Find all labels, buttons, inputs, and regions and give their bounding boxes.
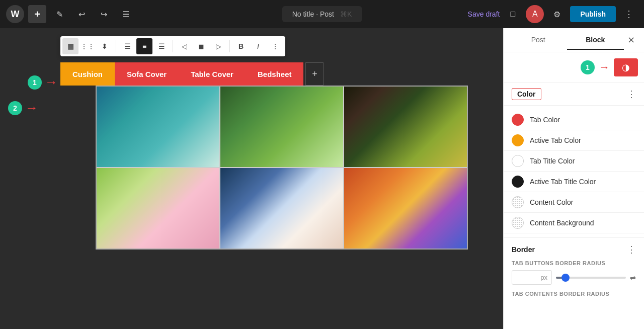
style-arrow-icon: → [599, 61, 610, 74]
image-grid [97, 87, 467, 249]
text-left-button[interactable]: ◁ [176, 38, 192, 54]
tab-bedsheet[interactable]: Bedsheet [246, 62, 304, 86]
align-left-button[interactable]: ☰ [119, 38, 135, 54]
add-block-button[interactable]: + [28, 5, 46, 23]
cushion-image-5 [220, 168, 343, 249]
cushion-image-3 [344, 87, 467, 167]
wp-logo[interactable]: W [6, 5, 24, 23]
drag-handle-button[interactable]: ⋮⋮ [79, 38, 96, 54]
add-tab-button[interactable]: + [305, 62, 324, 86]
separator-2 [173, 40, 173, 52]
grid-view-button[interactable]: ▦ [62, 38, 78, 54]
border-radius-input[interactable]: px [512, 270, 552, 285]
color-item-content: Content Color [504, 192, 644, 213]
arrow-2-icon: → [25, 100, 38, 116]
color-section-header: Color ⋮ [504, 83, 644, 106]
tab-contents-radius-label: TAB CONTENTS BORDER RADIUS [512, 291, 636, 297]
content-color-swatch[interactable] [512, 196, 524, 208]
edit-mode-button[interactable]: ✎ [50, 5, 68, 23]
tab-cushion[interactable]: Cushion [60, 62, 115, 86]
undo-button[interactable]: ↩ [72, 5, 91, 23]
image-cell-4 [97, 168, 219, 249]
align-center-button[interactable]: ≡ [136, 38, 152, 54]
style-badge: 1 [581, 60, 595, 74]
image-cell-6 [344, 168, 467, 249]
panel-close-button[interactable]: ✕ [624, 33, 638, 47]
panel-tab-post[interactable]: Post [510, 31, 567, 50]
separator-3 [229, 40, 230, 52]
separator-1 [116, 40, 116, 52]
color-list: Tab Color Active Tab Color Tab Title Col… [504, 106, 644, 237]
active-tab-color-swatch[interactable] [512, 134, 524, 146]
border-section: Border ⋮ TAB BUTTONS BORDER RADIUS px ⇌ … [504, 237, 644, 303]
tab-title-color-label: Tab Title Color [530, 157, 575, 165]
content-bg-color-label: Content Background [530, 219, 594, 227]
color-section-label: Color [512, 88, 541, 100]
more-toolbar-button[interactable]: ⋮ [267, 38, 283, 54]
bold-button[interactable]: B [233, 38, 249, 54]
badge-1-row: 1 → [28, 74, 58, 90]
document-title[interactable]: No title · Post ⌘K [282, 6, 362, 22]
list-view-button[interactable]: ☰ [117, 5, 135, 23]
cushion-image-2 [220, 87, 343, 167]
link-values-button[interactable]: ⇌ [630, 274, 636, 282]
text-center-button[interactable]: ◼ [193, 38, 209, 54]
italic-button[interactable]: I [250, 38, 266, 54]
akismet-button[interactable]: A [526, 5, 544, 23]
content-color-label: Content Color [530, 198, 573, 206]
save-draft-button[interactable]: Save draft [468, 10, 500, 18]
panel-tab-block[interactable]: Block [567, 31, 624, 50]
style-toggle-button[interactable]: ◑ [614, 58, 638, 76]
more-options-button[interactable]: ⋮ [620, 5, 638, 23]
cushion-image-6 [344, 168, 467, 249]
topbar: W + ✎ ↩ ↪ ☰ No title · Post ⌘K Save draf… [0, 0, 644, 28]
arrow-1-icon: → [45, 74, 58, 90]
style-switcher: 1 → ◑ [504, 52, 644, 83]
tab-buttons-radius-label: TAB BUTTONS BORDER RADIUS [512, 260, 636, 266]
border-unit: px [540, 274, 547, 281]
border-slider-thumb[interactable] [561, 274, 570, 282]
image-cell-5 [220, 168, 343, 249]
active-tab-title-color-swatch[interactable] [512, 176, 524, 188]
cushion-image-1 [97, 87, 219, 167]
active-tab-color-label: Active Tab Color [530, 136, 581, 144]
content-area [96, 86, 468, 250]
color-item-active-tab: Active Tab Color [504, 130, 644, 151]
badge-1: 1 [28, 75, 42, 90]
image-cell-3 [344, 87, 467, 167]
tab-color-swatch[interactable] [512, 114, 524, 126]
settings-button[interactable]: ⚙ [548, 5, 566, 23]
panel-header: Post Block ✕ [504, 28, 644, 52]
border-header: Border ⋮ [512, 244, 636, 255]
color-item-content-bg: Content Background [504, 213, 644, 233]
publish-button[interactable]: Publish [570, 6, 616, 22]
tab-bar-wrapper: Cushion Sofa Cover Table Cover Bedsheet … [60, 62, 324, 86]
tab-table-cover[interactable]: Table Cover [179, 62, 246, 86]
tab-title-color-swatch[interactable] [512, 155, 524, 167]
cushion-image-4 [97, 168, 219, 249]
border-more-button[interactable]: ⋮ [627, 244, 636, 255]
redo-button[interactable]: ↪ [95, 5, 113, 23]
badge-2-row: 2 → [8, 100, 38, 116]
main-layout: ▦ ⋮⋮ ⬍ ☰ ≡ ☰ ◁ ◼ ▷ B I ⋮ 1 → 2 → [0, 28, 644, 329]
tab-bar: Cushion Sofa Cover Table Cover Bedsheet … [60, 62, 324, 86]
border-input-row: px ⇌ [512, 270, 636, 285]
topbar-right: Save draft □ A ⚙ Publish ⋮ [468, 5, 638, 23]
content-bg-color-swatch[interactable] [512, 217, 524, 229]
tab-color-label: Tab Color [530, 116, 560, 124]
align-right-button[interactable]: ☰ [153, 38, 170, 54]
color-section-more-button[interactable]: ⋮ [627, 89, 636, 100]
image-cell-1 [97, 87, 219, 167]
badge-2: 2 [8, 101, 22, 115]
move-updown-button[interactable]: ⬍ [97, 38, 113, 54]
color-item-tab-title: Tab Title Color [504, 151, 644, 172]
preview-button[interactable]: □ [504, 5, 522, 23]
color-item-active-tab-title: Active Tab Title Color [504, 172, 644, 192]
editor-area: ▦ ⋮⋮ ⬍ ☰ ≡ ☰ ◁ ◼ ▷ B I ⋮ 1 → 2 → [0, 28, 503, 329]
active-tab-title-color-label: Active Tab Title Color [530, 178, 596, 186]
tab-sofa-cover[interactable]: Sofa Cover [115, 62, 179, 86]
block-toolbar: ▦ ⋮⋮ ⬍ ☰ ≡ ☰ ◁ ◼ ▷ B I ⋮ [60, 36, 285, 56]
right-panel: Post Block ✕ 1 → ◑ Color ⋮ Tab Color Act… [503, 28, 644, 329]
text-right-button[interactable]: ▷ [210, 38, 226, 54]
border-slider-track[interactable] [556, 277, 626, 279]
